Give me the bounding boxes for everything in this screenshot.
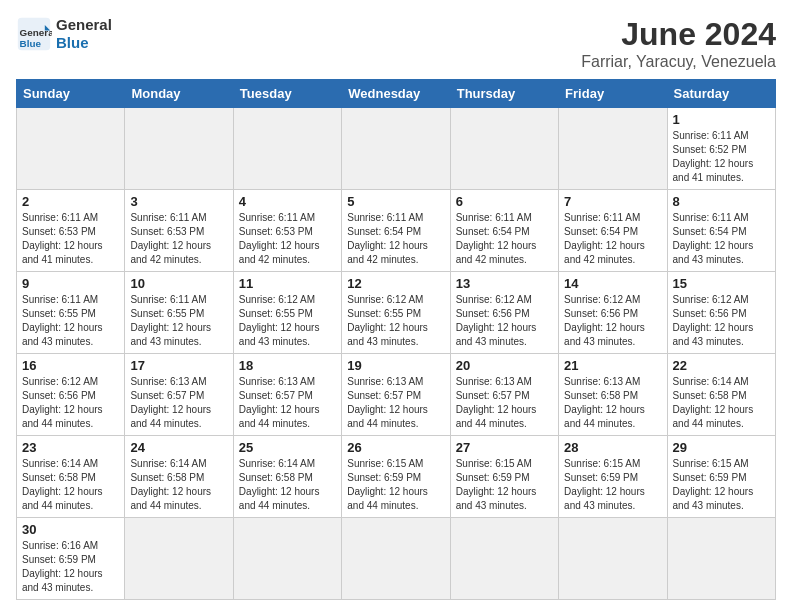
- day-number: 21: [564, 358, 661, 373]
- calendar-cell: 21Sunrise: 6:13 AM Sunset: 6:58 PM Dayli…: [559, 354, 667, 436]
- day-info: Sunrise: 6:11 AM Sunset: 6:53 PM Dayligh…: [239, 211, 336, 267]
- day-info: Sunrise: 6:14 AM Sunset: 6:58 PM Dayligh…: [22, 457, 119, 513]
- day-info: Sunrise: 6:15 AM Sunset: 6:59 PM Dayligh…: [456, 457, 553, 513]
- day-number: 11: [239, 276, 336, 291]
- day-info: Sunrise: 6:14 AM Sunset: 6:58 PM Dayligh…: [673, 375, 770, 431]
- subtitle: Farriar, Yaracuy, Venezuela: [581, 53, 776, 71]
- day-info: Sunrise: 6:11 AM Sunset: 6:53 PM Dayligh…: [22, 211, 119, 267]
- day-number: 16: [22, 358, 119, 373]
- day-number: 3: [130, 194, 227, 209]
- svg-text:Blue: Blue: [20, 38, 42, 49]
- day-info: Sunrise: 6:14 AM Sunset: 6:58 PM Dayligh…: [130, 457, 227, 513]
- calendar-cell: 22Sunrise: 6:14 AM Sunset: 6:58 PM Dayli…: [667, 354, 775, 436]
- calendar-cell: 29Sunrise: 6:15 AM Sunset: 6:59 PM Dayli…: [667, 436, 775, 518]
- day-info: Sunrise: 6:11 AM Sunset: 6:54 PM Dayligh…: [456, 211, 553, 267]
- calendar-cell: [450, 518, 558, 600]
- day-info: Sunrise: 6:13 AM Sunset: 6:57 PM Dayligh…: [130, 375, 227, 431]
- calendar-cell: 6Sunrise: 6:11 AM Sunset: 6:54 PM Daylig…: [450, 190, 558, 272]
- calendar-cell: 30Sunrise: 6:16 AM Sunset: 6:59 PM Dayli…: [17, 518, 125, 600]
- day-number: 4: [239, 194, 336, 209]
- day-info: Sunrise: 6:14 AM Sunset: 6:58 PM Dayligh…: [239, 457, 336, 513]
- calendar-week-3: 16Sunrise: 6:12 AM Sunset: 6:56 PM Dayli…: [17, 354, 776, 436]
- calendar-cell: [17, 108, 125, 190]
- day-number: 10: [130, 276, 227, 291]
- calendar-week-2: 9Sunrise: 6:11 AM Sunset: 6:55 PM Daylig…: [17, 272, 776, 354]
- day-info: Sunrise: 6:13 AM Sunset: 6:57 PM Dayligh…: [347, 375, 444, 431]
- calendar-cell: 20Sunrise: 6:13 AM Sunset: 6:57 PM Dayli…: [450, 354, 558, 436]
- day-info: Sunrise: 6:11 AM Sunset: 6:55 PM Dayligh…: [22, 293, 119, 349]
- day-number: 20: [456, 358, 553, 373]
- day-info: Sunrise: 6:11 AM Sunset: 6:54 PM Dayligh…: [564, 211, 661, 267]
- day-info: Sunrise: 6:12 AM Sunset: 6:56 PM Dayligh…: [673, 293, 770, 349]
- calendar-cell: 14Sunrise: 6:12 AM Sunset: 6:56 PM Dayli…: [559, 272, 667, 354]
- header-day-wednesday: Wednesday: [342, 80, 450, 108]
- calendar-header: SundayMondayTuesdayWednesdayThursdayFrid…: [17, 80, 776, 108]
- calendar-cell: 15Sunrise: 6:12 AM Sunset: 6:56 PM Dayli…: [667, 272, 775, 354]
- day-number: 27: [456, 440, 553, 455]
- calendar-cell: 1Sunrise: 6:11 AM Sunset: 6:52 PM Daylig…: [667, 108, 775, 190]
- calendar-week-5: 30Sunrise: 6:16 AM Sunset: 6:59 PM Dayli…: [17, 518, 776, 600]
- calendar-week-0: 1Sunrise: 6:11 AM Sunset: 6:52 PM Daylig…: [17, 108, 776, 190]
- header-day-saturday: Saturday: [667, 80, 775, 108]
- calendar-cell: 24Sunrise: 6:14 AM Sunset: 6:58 PM Dayli…: [125, 436, 233, 518]
- main-title: June 2024: [581, 16, 776, 53]
- day-number: 18: [239, 358, 336, 373]
- header-day-tuesday: Tuesday: [233, 80, 341, 108]
- day-number: 15: [673, 276, 770, 291]
- day-number: 24: [130, 440, 227, 455]
- day-number: 1: [673, 112, 770, 127]
- day-info: Sunrise: 6:11 AM Sunset: 6:52 PM Dayligh…: [673, 129, 770, 185]
- day-number: 12: [347, 276, 444, 291]
- calendar-cell: [450, 108, 558, 190]
- title-area: June 2024 Farriar, Yaracuy, Venezuela: [581, 16, 776, 71]
- day-info: Sunrise: 6:12 AM Sunset: 6:55 PM Dayligh…: [239, 293, 336, 349]
- day-info: Sunrise: 6:11 AM Sunset: 6:54 PM Dayligh…: [347, 211, 444, 267]
- calendar-cell: [233, 518, 341, 600]
- calendar-cell: 8Sunrise: 6:11 AM Sunset: 6:54 PM Daylig…: [667, 190, 775, 272]
- day-info: Sunrise: 6:16 AM Sunset: 6:59 PM Dayligh…: [22, 539, 119, 595]
- day-number: 28: [564, 440, 661, 455]
- calendar-cell: 25Sunrise: 6:14 AM Sunset: 6:58 PM Dayli…: [233, 436, 341, 518]
- calendar-cell: 10Sunrise: 6:11 AM Sunset: 6:55 PM Dayli…: [125, 272, 233, 354]
- logo-icon: General Blue: [16, 16, 52, 52]
- calendar-cell: 26Sunrise: 6:15 AM Sunset: 6:59 PM Dayli…: [342, 436, 450, 518]
- day-number: 5: [347, 194, 444, 209]
- day-number: 26: [347, 440, 444, 455]
- calendar-cell: [342, 108, 450, 190]
- header-day-friday: Friday: [559, 80, 667, 108]
- header: General Blue General Blue June 2024 Farr…: [16, 16, 776, 71]
- calendar-cell: 5Sunrise: 6:11 AM Sunset: 6:54 PM Daylig…: [342, 190, 450, 272]
- calendar-cell: 2Sunrise: 6:11 AM Sunset: 6:53 PM Daylig…: [17, 190, 125, 272]
- day-number: 23: [22, 440, 119, 455]
- calendar-cell: 17Sunrise: 6:13 AM Sunset: 6:57 PM Dayli…: [125, 354, 233, 436]
- day-number: 6: [456, 194, 553, 209]
- day-info: Sunrise: 6:15 AM Sunset: 6:59 PM Dayligh…: [673, 457, 770, 513]
- day-info: Sunrise: 6:15 AM Sunset: 6:59 PM Dayligh…: [347, 457, 444, 513]
- calendar-cell: [559, 108, 667, 190]
- header-day-monday: Monday: [125, 80, 233, 108]
- calendar-cell: [233, 108, 341, 190]
- day-number: 29: [673, 440, 770, 455]
- calendar-week-1: 2Sunrise: 6:11 AM Sunset: 6:53 PM Daylig…: [17, 190, 776, 272]
- day-number: 30: [22, 522, 119, 537]
- day-info: Sunrise: 6:12 AM Sunset: 6:56 PM Dayligh…: [22, 375, 119, 431]
- calendar-week-4: 23Sunrise: 6:14 AM Sunset: 6:58 PM Dayli…: [17, 436, 776, 518]
- day-info: Sunrise: 6:12 AM Sunset: 6:56 PM Dayligh…: [564, 293, 661, 349]
- calendar-cell: 16Sunrise: 6:12 AM Sunset: 6:56 PM Dayli…: [17, 354, 125, 436]
- calendar-cell: 19Sunrise: 6:13 AM Sunset: 6:57 PM Dayli…: [342, 354, 450, 436]
- day-number: 2: [22, 194, 119, 209]
- logo: General Blue General Blue: [16, 16, 112, 52]
- calendar-cell: 4Sunrise: 6:11 AM Sunset: 6:53 PM Daylig…: [233, 190, 341, 272]
- logo-general: General: [56, 16, 112, 34]
- day-info: Sunrise: 6:13 AM Sunset: 6:57 PM Dayligh…: [456, 375, 553, 431]
- calendar-cell: [342, 518, 450, 600]
- header-day-sunday: Sunday: [17, 80, 125, 108]
- header-row: SundayMondayTuesdayWednesdayThursdayFrid…: [17, 80, 776, 108]
- day-number: 13: [456, 276, 553, 291]
- day-number: 8: [673, 194, 770, 209]
- calendar-cell: 12Sunrise: 6:12 AM Sunset: 6:55 PM Dayli…: [342, 272, 450, 354]
- day-number: 14: [564, 276, 661, 291]
- day-number: 22: [673, 358, 770, 373]
- calendar-cell: 11Sunrise: 6:12 AM Sunset: 6:55 PM Dayli…: [233, 272, 341, 354]
- calendar-cell: 3Sunrise: 6:11 AM Sunset: 6:53 PM Daylig…: [125, 190, 233, 272]
